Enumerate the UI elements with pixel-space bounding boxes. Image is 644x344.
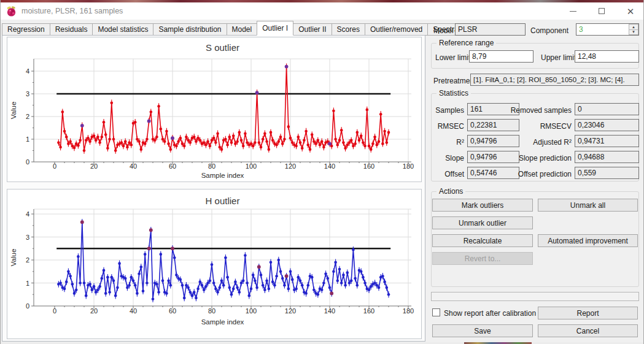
- svg-text:3: 3: [26, 234, 29, 241]
- svg-text:100: 100: [246, 307, 257, 315]
- progress-bar: [431, 292, 639, 301]
- svg-text:Sample index: Sample index: [201, 172, 244, 179]
- svg-text:40: 40: [130, 162, 137, 170]
- window-title: moisture, PLSR, 161 samples: [21, 7, 123, 15]
- svg-text:80: 80: [208, 307, 215, 315]
- stat-value-field[interactable]: [575, 119, 639, 131]
- svg-text:20: 20: [90, 162, 98, 170]
- pretreatments-field[interactable]: [470, 74, 639, 86]
- tab-outlier-i[interactable]: Outlier I: [257, 21, 293, 36]
- svg-text:40: 40: [130, 307, 137, 315]
- lower-limit-label: Lower limit: [435, 53, 470, 62]
- svg-text:0: 0: [26, 158, 29, 166]
- stat-label: Removed samples: [504, 106, 572, 115]
- recalculate-button[interactable]: Recalculate: [432, 234, 533, 247]
- s-outlier-chart-panel: 02040608010012014016018001234S outlierSa…: [7, 37, 422, 182]
- svg-text:4: 4: [26, 67, 29, 75]
- unmark-all-button[interactable]: Unmark all: [538, 199, 638, 212]
- stat-value-field[interactable]: [575, 135, 639, 147]
- svg-text:0: 0: [53, 307, 56, 315]
- svg-text:Value: Value: [10, 102, 17, 120]
- stat-label: Samples: [432, 106, 464, 115]
- mark-outliers-button[interactable]: Mark outliers: [432, 199, 533, 212]
- model-label: Model: [433, 26, 454, 35]
- lower-limit-field[interactable]: [469, 50, 533, 63]
- stat-label: Adjusted R²: [504, 138, 572, 147]
- component-label: Component: [530, 26, 568, 35]
- svg-text:0: 0: [26, 302, 29, 310]
- maximize-button[interactable]: [589, 2, 614, 20]
- stat-value-field[interactable]: [575, 151, 639, 163]
- revert-to-button[interactable]: Revert to...: [432, 252, 533, 265]
- svg-text:H outlier: H outlier: [206, 196, 240, 206]
- automated-improvement-button[interactable]: Automated improvement: [538, 234, 638, 247]
- cancel-button[interactable]: Cancel: [538, 324, 638, 337]
- unmark-outlier-button[interactable]: Unmark outlier: [432, 216, 533, 229]
- svg-text:160: 160: [363, 162, 374, 170]
- stat-label: Offset: [432, 170, 464, 178]
- svg-text:180: 180: [403, 307, 414, 315]
- component-stepper[interactable]: 3 ▲ ▼: [576, 23, 639, 36]
- svg-text:120: 120: [285, 162, 296, 170]
- svg-text:20: 20: [90, 307, 98, 315]
- tab-scores[interactable]: Scores: [332, 23, 365, 36]
- h-outlier-chart[interactable]: 02040608010012014016018001234H outlierSa…: [7, 189, 422, 340]
- tab-regression[interactable]: Regression: [2, 23, 50, 36]
- show-report-label: Show report after calibration: [444, 309, 536, 318]
- svg-text:160: 160: [363, 307, 374, 315]
- svg-text:Value: Value: [10, 249, 17, 267]
- svg-text:1: 1: [26, 280, 29, 287]
- svg-text:60: 60: [169, 307, 176, 315]
- report-button[interactable]: Report: [538, 307, 638, 319]
- statistics-title: Statistics: [436, 89, 471, 97]
- component-value: 3: [579, 25, 583, 34]
- svg-text:0: 0: [53, 162, 56, 170]
- stat-value-field[interactable]: [575, 103, 639, 115]
- stat-value-field[interactable]: [575, 167, 639, 179]
- svg-text:2: 2: [26, 113, 29, 120]
- svg-text:2: 2: [26, 256, 29, 264]
- berry-icon: [6, 6, 17, 17]
- stat-label: R²: [432, 138, 464, 147]
- maximize-icon: [599, 8, 605, 14]
- tab-strip: RegressionResidualsModel statisticsSampl…: [2, 22, 497, 36]
- s-outlier-chart[interactable]: 02040608010012014016018001234S outlierSa…: [7, 37, 422, 183]
- svg-text:140: 140: [324, 162, 335, 170]
- svg-text:100: 100: [246, 162, 257, 170]
- svg-text:80: 80: [208, 162, 215, 170]
- application-window: moisture, PLSR, 161 samples ✕ Regression…: [0, 0, 644, 344]
- tab-model-statistics[interactable]: Model statistics: [93, 23, 153, 36]
- stat-label: Offset prediction: [504, 170, 572, 178]
- stat-label: Slope prediction: [504, 154, 572, 162]
- minimize-button[interactable]: [561, 2, 585, 20]
- tab-outlier-removed[interactable]: Outlier/removed: [365, 23, 428, 36]
- upper-limit-label: Upper limit: [541, 53, 576, 62]
- save-button[interactable]: Save: [432, 324, 533, 337]
- tab-residuals[interactable]: Residuals: [50, 23, 93, 36]
- title-bar: moisture, PLSR, 161 samples ✕: [1, 2, 643, 20]
- upper-limit-field[interactable]: [575, 50, 639, 63]
- actions-title: Actions: [436, 187, 465, 196]
- svg-text:180: 180: [403, 162, 414, 170]
- svg-text:140: 140: [324, 307, 335, 315]
- tab-sample-distribution[interactable]: Sample distribution: [153, 23, 227, 36]
- minimize-icon: [570, 11, 576, 12]
- stat-label: Slope: [432, 154, 464, 162]
- svg-text:60: 60: [169, 162, 176, 170]
- spin-down-icon[interactable]: ▼: [629, 29, 638, 36]
- tab-outlier-ii[interactable]: Outlier II: [293, 23, 332, 36]
- svg-text:1: 1: [26, 136, 29, 143]
- reference-range-title: Reference range: [436, 39, 496, 47]
- tab-model[interactable]: Model: [227, 23, 258, 36]
- svg-text:Sample index: Sample index: [201, 318, 244, 326]
- show-report-checkbox[interactable]: [432, 308, 440, 316]
- h-outlier-chart-panel: 02040608010012014016018001234H outlierSa…: [7, 189, 422, 339]
- close-icon: ✕: [627, 7, 635, 16]
- model-field[interactable]: [455, 23, 526, 36]
- stat-label: RMSEC: [432, 122, 464, 131]
- stat-label: RMSECV: [504, 122, 572, 131]
- svg-text:S outlier: S outlier: [206, 42, 239, 53]
- svg-text:3: 3: [26, 90, 29, 97]
- close-button[interactable]: ✕: [618, 2, 643, 20]
- svg-text:120: 120: [285, 307, 296, 315]
